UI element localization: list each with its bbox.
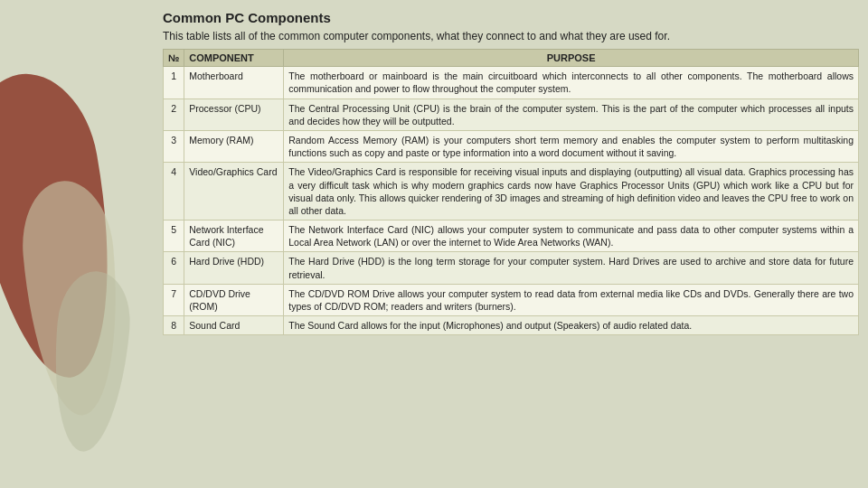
header-purpose: PURPOSE (284, 50, 859, 67)
row-number: 3 (164, 130, 184, 162)
decorative-panel (0, 0, 163, 488)
row-component: Network Interface Card (NIC) (184, 221, 284, 252)
page-subtitle: This table lists all of the common compu… (163, 29, 859, 44)
table-row: 3Memory (RAM)Random Access Memory (RAM) … (164, 130, 859, 162)
row-component: Processor (CPU) (184, 99, 284, 130)
table-row: 8Sound CardThe Sound Card allows for the… (164, 316, 859, 335)
row-number: 8 (164, 316, 184, 335)
row-component: Hard Drive (HDD) (184, 252, 284, 284)
table-row: 5Network Interface Card (NIC)The Network… (164, 221, 859, 252)
row-component: Video/Graphics Card (184, 163, 284, 221)
row-purpose: The Network Interface Card (NIC) allows … (284, 221, 859, 252)
row-purpose: The Hard Drive (HDD) is the long term st… (284, 252, 859, 284)
table-row: 4Video/Graphics CardThe Video/Graphics C… (164, 163, 859, 221)
row-purpose: The Video/Graphics Card is responsible f… (284, 163, 859, 221)
components-table: № COMPONENT PURPOSE 1MotherboardThe moth… (163, 49, 859, 335)
header-number: № (164, 50, 184, 67)
row-component: Motherboard (184, 67, 284, 99)
row-number: 2 (164, 99, 184, 130)
row-component: Memory (RAM) (184, 130, 284, 162)
main-content: Common PC Components This table lists al… (163, 9, 859, 479)
row-purpose: The CD/DVD ROM Drive allows your compute… (284, 284, 859, 315)
row-purpose: The Central Processing Unit (CPU) is the… (284, 99, 859, 130)
table-row: 2Processor (CPU)The Central Processing U… (164, 99, 859, 130)
header-component: COMPONENT (184, 50, 284, 67)
row-number: 1 (164, 67, 184, 99)
row-purpose: The motherboard or mainboard is the main… (284, 67, 859, 99)
row-purpose: The Sound Card allows for the input (Mic… (284, 316, 859, 335)
page-title: Common PC Components (163, 9, 859, 27)
row-number: 7 (164, 284, 184, 315)
row-number: 4 (164, 163, 184, 221)
table-row: 7CD/DVD Drive (ROM)The CD/DVD ROM Drive … (164, 284, 859, 315)
row-number: 5 (164, 221, 184, 252)
row-component: CD/DVD Drive (ROM) (184, 284, 284, 315)
row-purpose: Random Access Memory (RAM) is your compu… (284, 130, 859, 162)
row-number: 6 (164, 252, 184, 284)
table-row: 6Hard Drive (HDD)The Hard Drive (HDD) is… (164, 252, 859, 284)
table-header-row: № COMPONENT PURPOSE (164, 50, 859, 67)
row-component: Sound Card (184, 316, 284, 335)
table-row: 1MotherboardThe motherboard or mainboard… (164, 67, 859, 99)
